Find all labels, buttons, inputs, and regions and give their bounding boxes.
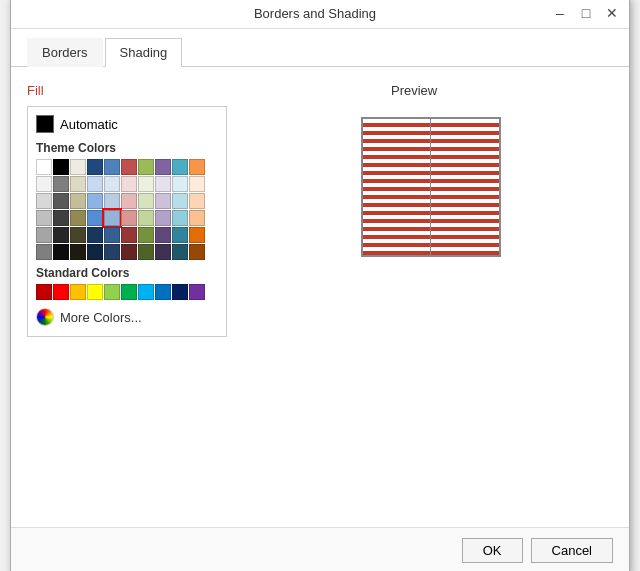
theme-color-cell[interactable] (36, 227, 52, 243)
theme-color-cell[interactable] (155, 210, 171, 226)
theme-color-cell[interactable] (36, 193, 52, 209)
theme-color-cell[interactable] (155, 227, 171, 243)
theme-color-cell[interactable] (70, 210, 86, 226)
standard-color-cell[interactable] (138, 284, 154, 300)
standard-color-cell[interactable] (87, 284, 103, 300)
theme-color-cell[interactable] (172, 176, 188, 192)
theme-color-cell[interactable] (138, 176, 154, 192)
theme-color-cell[interactable] (104, 227, 120, 243)
theme-color-cell[interactable] (172, 244, 188, 260)
preview-area (361, 117, 561, 307)
tab-shading[interactable]: Shading (105, 38, 183, 67)
automatic-row[interactable]: Automatic (36, 115, 218, 133)
theme-color-cell[interactable] (121, 176, 137, 192)
theme-color-cell[interactable] (104, 210, 120, 226)
tab-bar: Borders Shading (11, 29, 629, 67)
theme-color-cell[interactable] (87, 193, 103, 209)
preview-right (431, 119, 499, 255)
theme-color-cell[interactable] (172, 227, 188, 243)
theme-color-cell[interactable] (70, 227, 86, 243)
theme-color-cell[interactable] (189, 210, 205, 226)
theme-color-cell[interactable] (172, 210, 188, 226)
theme-color-cell[interactable] (189, 193, 205, 209)
standard-color-cell[interactable] (172, 284, 188, 300)
standard-color-cell[interactable] (104, 284, 120, 300)
standard-color-cell[interactable] (53, 284, 69, 300)
minimize-button[interactable]: – (551, 4, 569, 22)
theme-color-cell[interactable] (121, 159, 137, 175)
window: Borders and Shading – □ ✕ Borders Shadin… (10, 0, 630, 571)
window-title: Borders and Shading (79, 6, 551, 21)
window-controls: – □ ✕ (551, 4, 621, 22)
theme-color-cell[interactable] (121, 210, 137, 226)
preview-left (363, 119, 431, 255)
theme-color-cell[interactable] (53, 244, 69, 260)
theme-color-cell[interactable] (53, 176, 69, 192)
theme-color-cell[interactable] (189, 159, 205, 175)
theme-color-cell[interactable] (189, 244, 205, 260)
theme-color-cell[interactable] (121, 193, 137, 209)
theme-color-cell[interactable] (70, 176, 86, 192)
theme-color-cell[interactable] (138, 159, 154, 175)
theme-color-cell[interactable] (36, 210, 52, 226)
standard-color-cell[interactable] (121, 284, 137, 300)
theme-color-cell[interactable] (53, 193, 69, 209)
fill-label: Fill (27, 83, 613, 98)
theme-color-cell[interactable] (53, 159, 69, 175)
theme-color-cell[interactable] (70, 159, 86, 175)
more-colors-icon (36, 308, 54, 326)
standard-color-cell[interactable] (155, 284, 171, 300)
theme-color-cell[interactable] (138, 193, 154, 209)
more-colors-label: More Colors... (60, 310, 142, 325)
theme-color-cell[interactable] (189, 227, 205, 243)
standard-colors-grid (36, 284, 218, 300)
content-area: Fill Preview Automatic Theme Colors Stan… (11, 67, 629, 527)
theme-color-cell[interactable] (155, 244, 171, 260)
theme-color-cell[interactable] (121, 244, 137, 260)
theme-color-cell[interactable] (104, 159, 120, 175)
ok-button[interactable]: OK (462, 538, 523, 563)
theme-color-cell[interactable] (155, 159, 171, 175)
preview-label: Preview (391, 83, 437, 98)
title-bar: Borders and Shading – □ ✕ (11, 0, 629, 29)
theme-color-cell[interactable] (155, 176, 171, 192)
cancel-button[interactable]: Cancel (531, 538, 613, 563)
footer: OK Cancel (11, 527, 629, 571)
theme-color-cell[interactable] (53, 227, 69, 243)
automatic-swatch (36, 115, 54, 133)
theme-color-cell[interactable] (70, 244, 86, 260)
theme-color-cell[interactable] (36, 176, 52, 192)
theme-color-cell[interactable] (87, 159, 103, 175)
theme-color-cell[interactable] (138, 244, 154, 260)
more-colors-row[interactable]: More Colors... (36, 306, 218, 328)
theme-color-cell[interactable] (53, 210, 69, 226)
theme-color-cell[interactable] (121, 227, 137, 243)
theme-color-cell[interactable] (138, 227, 154, 243)
theme-colors-label: Theme Colors (36, 141, 218, 155)
theme-color-cell[interactable] (87, 210, 103, 226)
theme-colors-grid (36, 159, 218, 260)
standard-colors-label: Standard Colors (36, 266, 218, 280)
standard-color-cell[interactable] (70, 284, 86, 300)
theme-color-cell[interactable] (87, 244, 103, 260)
theme-color-cell[interactable] (189, 176, 205, 192)
theme-color-cell[interactable] (172, 159, 188, 175)
theme-color-cell[interactable] (87, 227, 103, 243)
theme-color-cell[interactable] (36, 159, 52, 175)
tab-borders[interactable]: Borders (27, 38, 103, 67)
theme-color-cell[interactable] (155, 193, 171, 209)
theme-color-cell[interactable] (70, 193, 86, 209)
theme-color-cell[interactable] (36, 244, 52, 260)
theme-color-cell[interactable] (172, 193, 188, 209)
theme-color-cell[interactable] (138, 210, 154, 226)
theme-color-cell[interactable] (104, 176, 120, 192)
automatic-label: Automatic (60, 117, 118, 132)
standard-color-cell[interactable] (189, 284, 205, 300)
close-button[interactable]: ✕ (603, 4, 621, 22)
theme-color-cell[interactable] (104, 244, 120, 260)
theme-color-cell[interactable] (104, 193, 120, 209)
maximize-button[interactable]: □ (577, 4, 595, 22)
color-picker-box: Automatic Theme Colors Standard Colors M… (27, 106, 227, 337)
standard-color-cell[interactable] (36, 284, 52, 300)
theme-color-cell[interactable] (87, 176, 103, 192)
